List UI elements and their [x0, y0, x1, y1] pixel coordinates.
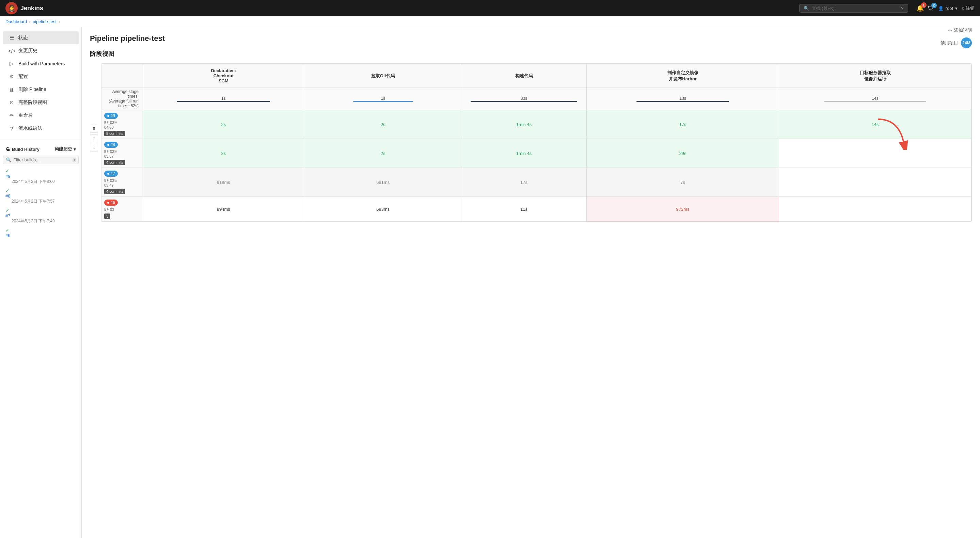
build-meta-cell-0: ● #9 5月03日04:00 5 commits [102, 110, 142, 139]
cell-3-4 [779, 197, 972, 222]
commits-badge-0: 5 commits [104, 131, 139, 136]
history-icon: </> [8, 48, 15, 54]
cell-1-3[interactable]: 29s [587, 139, 779, 168]
col-git: 拉取Git代码 [305, 64, 461, 88]
breadcrumb-dashboard[interactable]: Dashboard [5, 19, 27, 24]
page-title: Pipeline pipeline-test [90, 34, 972, 43]
search-bar[interactable]: 🔍 ? [799, 4, 908, 13]
avg-label-cell: Average stage times: (Average full run t… [102, 88, 142, 110]
cloud-icon: 🌤 [5, 147, 10, 152]
top-nav: 🤵 Jenkins 🔍 ? 🔔 1 🛡 2 👤 root ▾ ⎋ 注销 [0, 0, 980, 16]
build-tag-1[interactable]: ● #8 [104, 142, 118, 148]
scroll-top-btn[interactable]: ⇈ [90, 125, 98, 133]
sidebar-item-fullstage[interactable]: ⊙ 完整阶段视图 [3, 96, 79, 109]
build-7-link[interactable]: #7 [5, 213, 76, 218]
shield-badge: 2 [931, 3, 937, 8]
logo[interactable]: 🤵 Jenkins [5, 2, 43, 14]
cell-2-2[interactable]: 17s [461, 168, 587, 197]
cell-0-3[interactable]: 17s [587, 110, 779, 139]
breadcrumb: Dashboard › pipeline-test › [0, 16, 980, 27]
scroll-down-btn[interactable]: ↓ [90, 144, 98, 152]
cell-2-0[interactable]: 918ms [142, 168, 305, 197]
cell-1-4 [779, 139, 972, 168]
build-meta-cell-2: ● #7 5月03日03:49 4 commits [102, 168, 142, 197]
search-input[interactable] [812, 6, 899, 11]
cell-3-2[interactable]: 11s [461, 197, 587, 222]
cell-1-1[interactable]: 2s [305, 139, 461, 168]
logout-label: 注销 [966, 5, 975, 11]
build-item-7: ✓ #7 2024年5月2日 下午7:49 [0, 206, 81, 226]
sidebar-item-syntax[interactable]: ? 流水线语法 [3, 122, 79, 135]
avg-row: Average stage times: (Average full run t… [102, 88, 972, 110]
sidebar: ☰ 状态 </> 变更历史 ▷ Build with Parameters ⚙ … [0, 27, 82, 538]
notification-btn[interactable]: 🔔 1 [916, 5, 924, 12]
col-image: 制作自定义镜像并发布Harbor [587, 64, 779, 88]
build-item-9: ✓ #9 2024年5月2日 下午8:00 [0, 167, 81, 186]
sidebar-label-delete: 删除 Pipeline [18, 86, 46, 92]
build-tag-0[interactable]: ● #9 [104, 113, 118, 119]
stage-row-#9: ● #9 5月03日04:00 5 commits 2s2s1min 4s17s… [102, 110, 972, 139]
scroll-up-btn[interactable]: ↑ [90, 134, 98, 142]
build-date-0: 5月03日04:00 [104, 120, 139, 129]
cell-0-4[interactable]: 14s [779, 110, 972, 139]
logout-btn[interactable]: ⎋ 注销 [962, 5, 975, 11]
cell-1-2[interactable]: 1min 4s [461, 139, 587, 168]
build-8-date: 2024年5月2日 下午7:57 [5, 199, 76, 204]
chevron-down-icon: ▾ [73, 147, 76, 152]
cell-2-3[interactable]: 7s [587, 168, 779, 197]
cell-2-1[interactable]: 681ms [305, 168, 461, 197]
build-meta-cell-1: ● #8 5月03日03:57 4 commits [102, 139, 142, 168]
shield-btn[interactable]: 🛡 2 [928, 5, 934, 12]
rename-icon: ✏ [8, 112, 15, 118]
sidebar-label-fullstage: 完整阶段视图 [18, 99, 47, 105]
sidebar-label-history: 变更历史 [18, 48, 37, 54]
sidebar-label-status: 状态 [18, 35, 28, 41]
disable-btn[interactable]: 禁用项目 [940, 40, 958, 46]
edit-icon: ✏ [948, 28, 952, 33]
sidebar-item-config[interactable]: ⚙ 配置 [3, 70, 79, 83]
user-menu[interactable]: 👤 root ▾ [938, 6, 958, 11]
build-8-status-icon: ✓ [5, 188, 10, 193]
sidebar-item-build[interactable]: ▷ Build with Parameters [3, 57, 79, 70]
sidebar-item-status[interactable]: ☰ 状态 [3, 31, 79, 44]
filter-builds-input[interactable] [13, 157, 70, 162]
cell-0-0[interactable]: 2s [142, 110, 305, 139]
search-icon: 🔍 [803, 6, 809, 11]
build-date-2: 5月03日03:49 [104, 178, 139, 187]
user-icon: 👤 [938, 6, 943, 11]
status-icon: ☰ [8, 35, 15, 41]
sidebar-item-rename[interactable]: ✏ 重命名 [3, 109, 79, 122]
avg-git: 1s [305, 88, 461, 110]
search-shortcut: ? [901, 6, 904, 11]
sidebar-item-delete[interactable]: 🗑 删除 Pipeline [3, 83, 79, 96]
avg-image: 13s [587, 88, 779, 110]
avatar: 24M [961, 37, 972, 48]
col-deploy: 目标服务器拉取镜像并运行 [779, 64, 972, 88]
cell-3-3[interactable]: 972ms [587, 197, 779, 222]
build-date-1: 5月03日03:57 [104, 149, 139, 158]
build-8-link[interactable]: #8 [5, 193, 76, 199]
build-item-8: ✓ #8 2024年5月2日 下午7:57 [0, 186, 81, 206]
right-actions: ✏ 添加说明 禁用项目 24M [940, 27, 972, 48]
build-history-subtitle: 构建历史 [54, 146, 72, 152]
sidebar-item-history[interactable]: </> 变更历史 [3, 44, 79, 57]
cell-3-0[interactable]: 894ms [142, 197, 305, 222]
breadcrumb-sep-2: › [59, 19, 60, 24]
nav-arrows: ⇈ ↑ ↓ [90, 63, 98, 152]
cell-0-2[interactable]: 1min 4s [461, 110, 587, 139]
stage-view-title: 阶段视图 [90, 50, 972, 58]
build-9-link[interactable]: #9 [5, 173, 76, 179]
breadcrumb-pipeline[interactable]: pipeline-test [33, 19, 57, 24]
cell-1-0[interactable]: 2s [142, 139, 305, 168]
build-tag-3[interactable]: ● #6 [104, 199, 118, 206]
build-tag-2[interactable]: ● #7 [104, 170, 118, 177]
stage-view-container: ⇈ ↑ ↓ Declarative:CheckoutSCM 拉取Git代码 构建… [90, 63, 972, 222]
build-history-toggle[interactable]: 构建历史 ▾ [54, 146, 76, 152]
cell-0-1[interactable]: 2s [305, 110, 461, 139]
slash-shortcut: / [73, 158, 76, 162]
cell-3-1[interactable]: 693ms [305, 197, 461, 222]
sidebar-label-syntax: 流水线语法 [18, 125, 42, 131]
commits-badge-3: 3 [104, 213, 139, 219]
add-description-btn[interactable]: ✏ 添加说明 [948, 27, 972, 33]
build-6-link[interactable]: #6 [5, 233, 76, 238]
